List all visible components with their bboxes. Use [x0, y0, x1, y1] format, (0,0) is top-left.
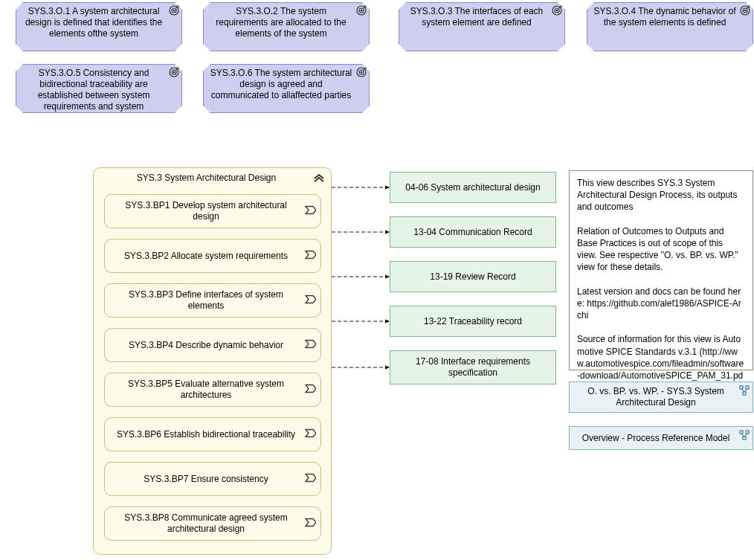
goal-label: SYS.3.O.2 The system requirements are al…	[210, 6, 352, 39]
goal-sys3-o5[interactable]: SYS.3.O.5 Consistency and bidirectional …	[16, 64, 182, 113]
wp-17-08[interactable]: 17-08 Interface requirements specificati…	[390, 350, 556, 384]
note-p3: Latest version and docs can be found her…	[577, 286, 745, 322]
target-icon	[355, 4, 367, 19]
svg-point-2	[173, 10, 175, 12]
arrow-right-icon	[304, 295, 316, 306]
svg-line-47	[744, 434, 747, 437]
note-p1: This view describes SYS.3 System Archite…	[577, 177, 745, 213]
bp4[interactable]: SYS.3.BP4 Describe dynamic behavior	[104, 328, 321, 362]
svg-rect-44	[746, 431, 749, 434]
svg-rect-39	[746, 386, 749, 389]
target-icon	[168, 66, 180, 80]
description-note: This view describes SYS.3 System Archite…	[569, 170, 753, 370]
svg-marker-33	[306, 341, 316, 348]
note-p2: Relation of Outcomes to Outputs and Base…	[577, 225, 745, 274]
arrow-right-icon	[304, 474, 316, 485]
goal-label: SYS.3.O.3 The interfaces of each system …	[405, 6, 548, 28]
wp-label: 13-04 Communication Record	[413, 227, 532, 238]
diagram-icon	[739, 385, 750, 398]
svg-marker-31	[306, 251, 316, 259]
bp8[interactable]: SYS.3.BP8 Communicate agreed system arch…	[104, 506, 321, 541]
wp-13-22[interactable]: 13-22 Traceability record	[390, 306, 556, 337]
goal-sys3-o1[interactable]: SYS.3.O.1 A system architectural design …	[16, 2, 182, 51]
goal-sys3-o3[interactable]: SYS.3.O.3 The interfaces of each system …	[399, 2, 565, 51]
svg-marker-30	[306, 207, 316, 214]
svg-point-27	[361, 71, 363, 74]
target-icon	[739, 4, 751, 19]
arrow-right-icon	[304, 518, 316, 530]
svg-line-46	[741, 434, 744, 437]
wp-label: 04-06 System architectural design	[405, 182, 540, 193]
bp-label: SYS.3.BP6 Establish bidirectional tracea…	[111, 429, 301, 440]
svg-point-17	[744, 10, 747, 12]
bp-label: SYS.3.BP3 Define interfaces of system el…	[111, 289, 301, 312]
bp-label: SYS.3.BP8 Communicate agreed system arch…	[111, 512, 301, 535]
goal-label: SYS.3.O.4 The dynamic behavior of the sy…	[593, 6, 736, 28]
bp-label: SYS.3.BP4 Describe dynamic behavior	[111, 340, 301, 351]
arrow-right-icon	[304, 251, 316, 262]
svg-marker-34	[306, 385, 316, 393]
goal-sys3-o4[interactable]: SYS.3.O.4 The dynamic behavior of the sy…	[587, 2, 753, 51]
arrow-right-icon	[304, 340, 316, 351]
target-icon	[551, 4, 563, 19]
bp3[interactable]: SYS.3.BP3 Define interfaces of system el…	[104, 283, 321, 318]
arrow-right-icon	[304, 429, 316, 440]
wp-13-19[interactable]: 13-19 Review Record	[390, 261, 556, 292]
viewref-o-bp-wp[interactable]: O. vs. BP. vs. WP. - SYS.3 System Archit…	[569, 382, 753, 413]
svg-marker-36	[306, 474, 316, 482]
bp-label: SYS.3.BP5 Evaluate alternative system ar…	[111, 379, 301, 401]
bp-label: SYS.3.BP1 Develop system architectural d…	[111, 200, 301, 222]
goal-sys3-o6[interactable]: SYS.3.O.6 The system architectural desig…	[203, 64, 370, 113]
viewref-label: O. vs. BP. vs. WP. - SYS.3 System Archit…	[576, 386, 736, 408]
svg-marker-37	[306, 519, 316, 527]
wp-04-06[interactable]: 04-06 System architectural design	[390, 172, 556, 203]
svg-point-7	[361, 10, 363, 12]
wp-label: 13-19 Review Record	[430, 271, 515, 283]
bp-label: SYS.3.BP2 Allocate system requirements	[111, 251, 301, 262]
goal-label: SYS.3.O.1 A system architectural design …	[22, 6, 165, 39]
target-icon	[355, 66, 367, 80]
svg-point-22	[173, 71, 175, 74]
svg-rect-40	[743, 392, 746, 395]
wp-13-04[interactable]: 13-04 Communication Record	[390, 216, 556, 248]
target-icon	[168, 4, 180, 19]
arrow-right-icon	[304, 206, 316, 217]
goal-label: SYS.3.O.5 Consistency and bidirectional …	[22, 68, 165, 112]
svg-marker-32	[306, 296, 316, 303]
bp7[interactable]: SYS.3.BP7 Ensure consistency	[104, 462, 321, 496]
viewref-overview-prm[interactable]: Overview - Process Reference Model	[569, 426, 753, 450]
diagram-icon	[739, 430, 750, 442]
svg-point-12	[556, 10, 558, 12]
viewref-label: Overview - Process Reference Model	[576, 433, 736, 444]
svg-rect-38	[740, 386, 743, 389]
svg-marker-35	[306, 430, 316, 437]
goal-label: SYS.3.O.6 The system architectural desig…	[210, 68, 352, 101]
svg-rect-45	[743, 437, 746, 440]
goal-sys3-o2[interactable]: SYS.3.O.2 The system requirements are al…	[203, 2, 370, 51]
svg-line-42	[744, 389, 747, 392]
wp-label: 13-22 Traceability record	[424, 316, 522, 327]
bp-label: SYS.3.BP7 Ensure consistency	[111, 474, 301, 485]
bp2[interactable]: SYS.3.BP2 Allocate system requirements	[104, 239, 321, 273]
process-title: SYS.3 System Architectural Design	[103, 173, 310, 183]
svg-line-41	[741, 389, 744, 392]
wp-label: 17-08 Interface requirements specificati…	[395, 356, 551, 379]
arrow-right-icon	[304, 384, 316, 396]
svg-rect-43	[740, 431, 743, 434]
bp1[interactable]: SYS.3.BP1 Develop system architectural d…	[104, 194, 321, 228]
chevron-up-icon	[313, 173, 325, 185]
bp6[interactable]: SYS.3.BP6 Establish bidirectional tracea…	[104, 417, 321, 451]
bp5[interactable]: SYS.3.BP5 Evaluate alternative system ar…	[104, 373, 321, 407]
